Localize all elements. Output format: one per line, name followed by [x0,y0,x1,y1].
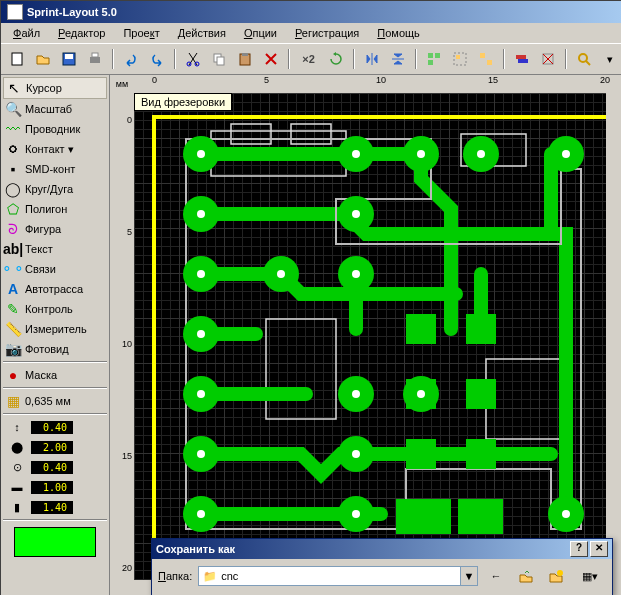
view-menu-button[interactable]: ▦▾ [574,565,606,587]
redo-button[interactable] [145,46,169,72]
new-folder-button[interactable] [544,565,568,587]
tool-polygon[interactable]: ⬠Полигон [3,199,107,219]
rotate-button[interactable] [324,46,348,72]
copy-button[interactable] [207,46,231,72]
menu-actions[interactable]: Действия [170,25,234,41]
scrollbar-v[interactable] [606,93,621,580]
menu-file[interactable]: Файл [5,25,48,41]
delete-button[interactable] [259,46,283,72]
svg-rect-15 [456,55,460,59]
ungroup-button[interactable] [474,46,498,72]
menu-options[interactable]: Опции [236,25,285,41]
svg-rect-13 [428,60,433,65]
menu-reg[interactable]: Регистрация [287,25,367,41]
svg-point-72 [352,510,360,518]
svg-rect-26 [486,359,566,439]
svg-point-56 [197,210,205,218]
tool-track[interactable]: 〰Проводник [3,119,107,139]
tool-cursor[interactable]: ↖Курсор [3,77,107,99]
menu-project[interactable]: Проект [115,25,167,41]
tool-shape[interactable]: ᘐФигура [3,219,107,239]
dialog-close-button[interactable]: ✕ [590,541,608,557]
svg-rect-0 [12,53,22,65]
duplicate-button[interactable]: ×2 [295,46,323,72]
tool-autoroute[interactable]: AАвтотрасса [3,279,107,299]
group-button[interactable] [448,46,472,72]
svg-point-63 [417,150,425,158]
smd-w[interactable]: ▬1.00 [3,477,107,497]
main-toolbar: ×2 ▾ [1,43,621,75]
svg-point-61 [197,510,205,518]
tool-measure[interactable]: 📏Измеритель [3,319,107,339]
folder-combo[interactable]: 📁cnc ▼ [198,566,478,586]
link-icon: ⚬⚬ [5,261,21,277]
tool-mask[interactable]: ●Маска [3,365,107,385]
svg-point-60 [197,450,205,458]
svg-rect-10 [242,53,248,56]
pad-icon: ⭘ [5,141,21,157]
tool-links[interactable]: ⚬⚬Связи [3,259,107,279]
print-button[interactable] [83,46,107,72]
app-icon [7,4,23,20]
tool-zoom[interactable]: 🔍Масштаб [3,99,107,119]
pcb-layout [156,119,606,574]
dialog-title: Сохранить как [156,543,235,555]
svg-point-73 [562,510,570,518]
menubar: Файл Редактор Проект Действия Опции Реги… [1,23,621,43]
svg-rect-23 [231,124,271,144]
paste-button[interactable] [233,46,257,72]
svg-point-70 [417,390,425,398]
tool-circle[interactable]: ◯Круг/Дуга [3,179,107,199]
remove-links-button[interactable] [536,46,560,72]
ruler-icon: 📏 [5,321,21,337]
pcb-canvas[interactable]: Вид фрезеровки [134,93,606,580]
mirror-v-button[interactable] [386,46,410,72]
folder-value: cnc [221,570,238,582]
color-swatch[interactable] [14,527,96,557]
undo-button[interactable] [119,46,143,72]
tool-pad[interactable]: ⭘Контакт ▾ [3,139,107,159]
tool-photo[interactable]: 📷Фотовид [3,339,107,359]
tool-smd[interactable]: ▪SMD-конт [3,159,107,179]
svg-point-64 [477,150,485,158]
svg-point-67 [277,270,285,278]
dialog-help-button[interactable]: ? [570,541,588,557]
pad-outer-icon: ⬤ [5,438,29,456]
smd-h[interactable]: ▮1.40 [3,497,107,517]
svg-rect-11 [428,53,433,58]
svg-point-74 [557,570,563,576]
new-button[interactable] [5,46,29,72]
tool-text[interactable]: ab|Текст [3,239,107,259]
tool-check[interactable]: ✎Контроль [3,299,107,319]
folder-icon: 📁 [203,570,217,583]
pad-inner[interactable]: ⊙0.40 [3,457,107,477]
svg-point-5 [187,62,191,66]
svg-rect-4 [92,53,98,57]
align-button[interactable] [422,46,446,72]
svg-point-57 [197,270,205,278]
back-button[interactable]: ← [484,565,508,587]
circle-icon: ◯ [5,181,21,197]
trace-width[interactable]: ↕0.40 [3,417,107,437]
svg-rect-19 [518,59,528,63]
shape-icon: ᘐ [5,221,21,237]
pad-outer[interactable]: ⬤2.00 [3,437,107,457]
svg-point-71 [352,450,360,458]
dropdown-button[interactable]: ▾ [598,46,621,72]
svg-point-58 [197,330,205,338]
zoom-tool-button[interactable] [572,46,596,72]
combo-dropdown-button[interactable]: ▼ [461,566,478,586]
auto-icon: A [5,281,21,297]
check-icon: ✎ [5,301,21,317]
menu-help[interactable]: Помощь [369,25,428,41]
mirror-h-button[interactable] [360,46,384,72]
save-button[interactable] [57,46,81,72]
svg-rect-48 [466,314,496,344]
layers-button[interactable] [510,46,534,72]
cut-button[interactable] [181,46,205,72]
menu-editor[interactable]: Редактор [50,25,113,41]
open-button[interactable] [31,46,55,72]
up-button[interactable] [514,565,538,587]
grid-setting[interactable]: ▦0,635 мм [3,391,107,411]
svg-point-68 [352,270,360,278]
